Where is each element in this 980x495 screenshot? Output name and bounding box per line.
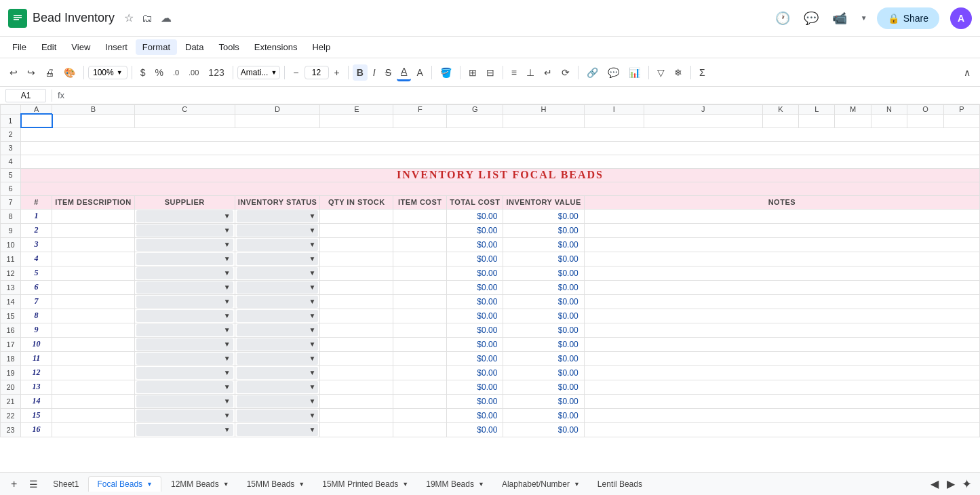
align-h-button[interactable]: ≡ (507, 64, 521, 81)
col-o-header[interactable]: O (907, 105, 943, 115)
cell-notes-18[interactable] (584, 351, 979, 365)
cell-invval-13[interactable]: $0.00 (503, 280, 584, 294)
cell-invval-9[interactable]: $0.00 (503, 223, 584, 237)
cell-desc-15[interactable] (52, 309, 135, 323)
cell-reference-input[interactable] (5, 89, 46, 102)
percent-button[interactable]: % (151, 64, 167, 81)
cell-qty-18[interactable] (320, 351, 393, 365)
add-sheet-button[interactable]: + (5, 475, 22, 493)
cell-status-10[interactable]: ▼ (235, 237, 320, 252)
cell-num-10[interactable]: 3 (21, 237, 52, 252)
meet-icon[interactable]: 📹 (828, 7, 851, 30)
cell-qty-17[interactable] (320, 337, 393, 351)
cell-qty-11[interactable] (320, 252, 393, 266)
borders-button[interactable]: ⊞ (465, 64, 481, 81)
menu-file[interactable]: File (5, 39, 33, 55)
cell-invval-21[interactable]: $0.00 (503, 394, 584, 408)
cell-notes-8[interactable] (584, 209, 979, 223)
cell-status-17[interactable]: ▼ (235, 337, 320, 351)
wrap-button[interactable]: ↵ (540, 64, 556, 81)
cell-num-20[interactable]: 13 (21, 380, 52, 394)
tab-19mm-beads[interactable]: 19MM Beads ▼ (418, 477, 492, 492)
cell-desc-20[interactable] (52, 380, 135, 394)
cell-totalcost-23[interactable]: $0.00 (447, 422, 503, 437)
col-f-header[interactable]: F (393, 105, 447, 115)
cell-itemcost-21[interactable] (393, 394, 447, 408)
cell-status-20[interactable]: ▼ (235, 380, 320, 394)
cell-supplier-11[interactable]: ▼ (134, 252, 235, 266)
cell-itemcost-16[interactable] (393, 323, 447, 337)
cell-j1[interactable] (644, 114, 762, 127)
col-b-header[interactable]: B (52, 105, 135, 115)
cell-totalcost-18[interactable]: $0.00 (447, 351, 503, 365)
cell-desc-10[interactable] (52, 237, 135, 252)
cell-notes-10[interactable] (584, 237, 979, 252)
cell-notes-19[interactable] (584, 365, 979, 380)
share-button[interactable]: 🔒 Share (877, 7, 939, 29)
cell-p1[interactable] (943, 114, 979, 127)
cell-itemcost-22[interactable] (393, 408, 447, 422)
cell-num-22[interactable]: 15 (21, 408, 52, 422)
cell-invval-23[interactable]: $0.00 (503, 422, 584, 437)
cell-supplier-13[interactable]: ▼ (134, 280, 235, 294)
cell-qty-12[interactable] (320, 266, 393, 280)
cell-status-22[interactable]: ▼ (235, 408, 320, 422)
cell-desc-11[interactable] (52, 252, 135, 266)
tab-15mm-printed[interactable]: 15MM Printed Beads ▼ (314, 477, 416, 492)
cell-invval-14[interactable]: $0.00 (503, 294, 584, 309)
cell-num-19[interactable]: 12 (21, 365, 52, 380)
cell-notes-21[interactable] (584, 394, 979, 408)
col-m-header[interactable]: M (835, 105, 871, 115)
cell-e1[interactable] (320, 114, 393, 127)
menu-help[interactable]: Help (305, 39, 337, 55)
col-i-header[interactable]: I (584, 105, 644, 115)
font-size-decrease[interactable]: − (289, 64, 302, 81)
cell-notes-22[interactable] (584, 408, 979, 422)
currency-button[interactable]: $ (136, 64, 150, 81)
cell-qty-8[interactable] (320, 209, 393, 223)
cell-totalcost-22[interactable]: $0.00 (447, 408, 503, 422)
cell-invval-17[interactable]: $0.00 (503, 337, 584, 351)
format-number-button[interactable]: 123 (204, 64, 228, 81)
tab-15mm-beads[interactable]: 15MM Beads ▼ (239, 477, 313, 492)
cell-l1[interactable] (799, 114, 835, 127)
cell-totalcost-21[interactable]: $0.00 (447, 394, 503, 408)
cell-supplier-15[interactable]: ▼ (134, 309, 235, 323)
cell-g1[interactable] (447, 114, 503, 127)
cell-invval-10[interactable]: $0.00 (503, 237, 584, 252)
merge-button[interactable]: ⊟ (482, 64, 498, 81)
cell-qty-21[interactable] (320, 394, 393, 408)
col-j-header[interactable]: J (644, 105, 762, 115)
cell-status-12[interactable]: ▼ (235, 266, 320, 280)
menu-extensions[interactable]: Extensions (248, 39, 305, 55)
menu-edit[interactable]: Edit (35, 39, 63, 55)
cell-supplier-22[interactable]: ▼ (134, 408, 235, 422)
cell-qty-19[interactable] (320, 365, 393, 380)
explore-button[interactable]: ✦ (959, 474, 975, 494)
font-size-input[interactable]: 12 (305, 66, 329, 79)
cell-c1[interactable] (134, 114, 235, 127)
cell-status-14[interactable]: ▼ (235, 294, 320, 309)
cell-num-16[interactable]: 9 (21, 323, 52, 337)
cell-itemcost-8[interactable] (393, 209, 447, 223)
filter-button[interactable]: ▽ (653, 64, 669, 81)
formula-input[interactable] (70, 90, 975, 100)
cell-notes-23[interactable] (584, 422, 979, 437)
freeze-button[interactable]: ❄ (670, 64, 686, 81)
tab-scroll-right[interactable]: ▶ (943, 476, 959, 492)
undo-button[interactable]: ↩ (5, 64, 22, 81)
cell-totalcost-14[interactable]: $0.00 (447, 294, 503, 309)
tab-12mm-beads[interactable]: 12MM Beads ▼ (163, 477, 237, 492)
cell-itemcost-15[interactable] (393, 309, 447, 323)
cell-itemcost-17[interactable] (393, 337, 447, 351)
cloud-icon[interactable]: ☁ (161, 12, 172, 24)
cell-status-19[interactable]: ▼ (235, 365, 320, 380)
cell-totalcost-12[interactable]: $0.00 (447, 266, 503, 280)
chart-button[interactable]: 📊 (625, 64, 644, 81)
cell-f1[interactable] (393, 114, 447, 127)
cell-num-23[interactable]: 16 (21, 422, 52, 437)
cell-invval-19[interactable]: $0.00 (503, 365, 584, 380)
cell-n1[interactable] (871, 114, 907, 127)
cell-row6[interactable] (21, 182, 980, 195)
cell-supplier-8[interactable]: ▼ (134, 209, 235, 223)
